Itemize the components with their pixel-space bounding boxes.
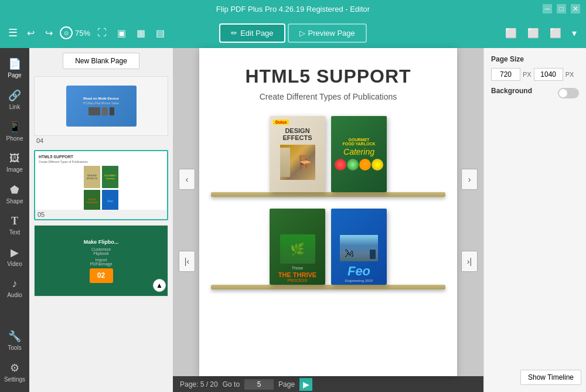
responsive-button[interactable]: ▣ bbox=[114, 25, 130, 41]
extra-button[interactable]: ▤ bbox=[152, 25, 168, 41]
book-feo: 🌬 Feo Engineering 2020 bbox=[331, 209, 387, 285]
save-button[interactable]: ⬜ bbox=[546, 25, 565, 41]
thumb-content-04: Read on Multi-Device PC/Mac iPad iPhone … bbox=[35, 77, 168, 135]
thumb-img-06: Make Flipbo... CustomizeFlipbook ImportP… bbox=[35, 226, 168, 296]
toolbar-center: ✏ Edit Page ▷ Preview Page bbox=[219, 23, 367, 43]
height-unit: PX bbox=[565, 71, 574, 78]
next-page-button[interactable]: › bbox=[461, 169, 478, 190]
zoom-icon: ⊙ bbox=[60, 26, 73, 39]
publish-button[interactable]: ⬜ bbox=[524, 25, 543, 41]
sidebar-item-image[interactable]: 🖼 Image bbox=[0, 148, 29, 178]
sidebar-item-shape[interactable]: ⬟ Shape bbox=[0, 179, 29, 209]
bottom-bar: Page: 5 / 20 Go to Page ▶ bbox=[173, 376, 483, 392]
book-design-effects: Dulux DESIGNEFFECTS 🪑 bbox=[270, 116, 325, 192]
sidebar-item-settings[interactable]: ⚙ Settings bbox=[0, 357, 29, 387]
background-label: Background bbox=[491, 87, 532, 95]
book-feo-image: 🌬 bbox=[340, 235, 378, 261]
sidebar-label-tools: Tools bbox=[8, 345, 21, 351]
page-thumb-04[interactable]: Read on Multi-Device PC/Mac iPad iPhone … bbox=[34, 76, 168, 145]
left-nav-group: ‹ bbox=[179, 169, 195, 190]
tools-icon: 🔧 bbox=[8, 330, 21, 343]
background-toggle[interactable] bbox=[558, 88, 579, 98]
toolbar-left: ☰ ↩ ↪ ⊙ 75% ⛶ ▣ ▦ ▤ bbox=[6, 24, 216, 42]
canvas-area: ‹ |‹ › ›| HTML5 SUPPORT Create Different… bbox=[173, 48, 483, 376]
text-icon: T bbox=[11, 215, 18, 227]
go-to-label: Go to bbox=[223, 380, 240, 388]
sidebar-item-phone[interactable]: 📱 Phone bbox=[0, 116, 29, 146]
layout-button[interactable]: ▦ bbox=[133, 25, 149, 41]
toggle-knob bbox=[559, 89, 567, 97]
sidebar-item-link[interactable]: 🔗 Link bbox=[0, 84, 29, 115]
page-thumb-06[interactable]: Make Flipbo... CustomizeFlipbook ImportP… bbox=[34, 225, 168, 296]
page-thumb-05[interactable]: HTML5 SUPPORT Create Different Types of … bbox=[34, 150, 168, 220]
book-de-image: 🪑 bbox=[280, 145, 315, 180]
thumb-img-04: Read on Multi-Device PC/Mac iPad iPhone … bbox=[35, 77, 168, 135]
left-sidebar: 📄 Page 🔗 Link 📱 Phone 🖼 Image ⬟ Shape T … bbox=[0, 48, 29, 392]
background-row: Background bbox=[491, 87, 579, 100]
main-layout: 📄 Page 🔗 Link 📱 Phone 🖼 Image ⬟ Shape T … bbox=[0, 48, 586, 392]
page-thumb-inner-05: HTML5 SUPPORT Create Different Types of … bbox=[35, 151, 167, 210]
page-subheading: Create Different Types of Publications bbox=[260, 92, 397, 101]
sidebar-label-page: Page bbox=[8, 72, 21, 79]
width-unit: PX bbox=[523, 71, 532, 78]
new-blank-page-button[interactable]: New Blank Page bbox=[63, 53, 139, 69]
sidebar-item-text[interactable]: T Text bbox=[0, 210, 29, 240]
sidebar-label-image: Image bbox=[6, 166, 23, 173]
window-controls: ─ □ ✕ bbox=[543, 4, 580, 13]
canvas-page: HTML5 SUPPORT Create Different Types of … bbox=[199, 48, 457, 376]
sidebar-item-audio[interactable]: ♪ Audio bbox=[0, 273, 29, 303]
sidebar-label-audio: Audio bbox=[7, 292, 22, 298]
minimize-button[interactable]: ─ bbox=[543, 4, 552, 13]
pages-panel-header: New Blank Page bbox=[29, 48, 173, 74]
fit-button[interactable]: ⛶ bbox=[94, 25, 110, 40]
page-num-04: 04 bbox=[34, 136, 168, 145]
share-button[interactable]: ⬜ bbox=[502, 25, 520, 41]
sidebar-label-shape: Shape bbox=[6, 198, 23, 204]
page-thumb-inner-06: Make Flipbo... CustomizeFlipbook ImportP… bbox=[34, 225, 168, 296]
close-button[interactable]: ✕ bbox=[571, 4, 580, 13]
height-input[interactable] bbox=[534, 68, 563, 81]
preview-page-button[interactable]: ▷ Preview Page bbox=[288, 23, 367, 43]
sidebar-item-tools[interactable]: 🔧 Tools bbox=[0, 325, 29, 356]
bookshelf-2: 🌿 Thrive THE THRIVE PROCESS 🌬 bbox=[211, 209, 445, 289]
toolbar-right: ⬜ ⬜ ⬜ ▾ bbox=[370, 25, 580, 41]
toolbar: ☰ ↩ ↪ ⊙ 75% ⛶ ▣ ▦ ▤ ✏ Edit Page ▷ Previe… bbox=[0, 18, 586, 48]
zoom-value: 75% bbox=[75, 29, 90, 38]
prev-page-button[interactable]: ‹ bbox=[179, 169, 195, 190]
hamburger-button[interactable]: ☰ bbox=[6, 24, 20, 42]
phone-icon: 📱 bbox=[8, 121, 21, 134]
go-to-page-button[interactable]: ▶ bbox=[299, 378, 312, 391]
scroll-up-button[interactable]: ▲ bbox=[153, 279, 166, 292]
sidebar-item-page[interactable]: 📄 Page bbox=[0, 53, 29, 83]
page-heading: HTML5 SUPPORT bbox=[245, 66, 411, 87]
pages-list: Read on Multi-Device PC/Mac iPad iPhone … bbox=[29, 74, 173, 392]
settings-icon: ⚙ bbox=[10, 362, 19, 374]
shelf-plank-2 bbox=[211, 285, 445, 289]
title-bar: Flip PDF Plus Pro 4.26.19 Registered - E… bbox=[0, 0, 586, 18]
show-timeline-button[interactable]: Show Timeline bbox=[520, 370, 581, 385]
sidebar-label-text: Text bbox=[9, 229, 20, 236]
left-nav-group-2: |‹ bbox=[179, 251, 195, 272]
shelf-plank-1 bbox=[211, 192, 445, 197]
book-gourmet: GOURMETFOOD YARLOCK Catering bbox=[331, 116, 387, 192]
page-icon: 📄 bbox=[8, 57, 21, 70]
page-label: Page bbox=[278, 380, 295, 388]
undo-button[interactable]: ↩ bbox=[23, 25, 38, 41]
page-size-label: Page Size bbox=[491, 55, 579, 63]
sidebar-label-phone: Phone bbox=[6, 135, 23, 142]
last-page-button[interactable]: ›| bbox=[461, 251, 478, 272]
canvas-wrapper: ‹ |‹ › ›| HTML5 SUPPORT Create Different… bbox=[173, 48, 483, 392]
thumb-screen: Read on Multi-Device PC/Mac iPad iPhone … bbox=[66, 86, 137, 127]
maximize-button[interactable]: □ bbox=[557, 4, 566, 13]
width-input[interactable] bbox=[491, 68, 520, 81]
edit-page-button[interactable]: ✏ Edit Page bbox=[219, 23, 285, 43]
link-icon: 🔗 bbox=[8, 89, 21, 102]
thumb-img-05: HTML5 SUPPORT Create Different Types of … bbox=[35, 151, 167, 210]
more-button[interactable]: ▾ bbox=[568, 25, 580, 41]
first-page-button[interactable]: |‹ bbox=[179, 251, 195, 272]
sidebar-item-video[interactable]: ▶ Video bbox=[0, 241, 29, 272]
pages-panel: New Blank Page Read on Multi-Device PC/M… bbox=[29, 48, 173, 392]
go-to-input[interactable] bbox=[244, 379, 274, 390]
redo-button[interactable]: ↪ bbox=[42, 25, 56, 41]
preview-icon: ▷ bbox=[299, 29, 305, 38]
